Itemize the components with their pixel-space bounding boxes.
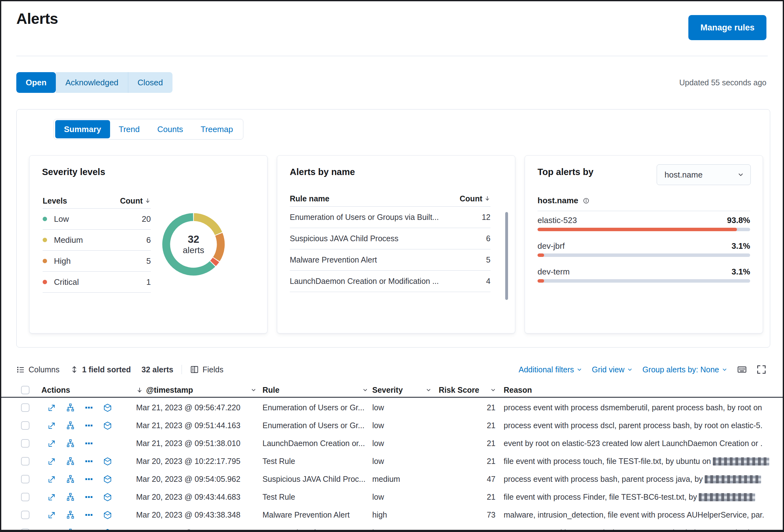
additional-filters-button[interactable]: Additional filters [519,365,582,374]
fields-button[interactable]: Fields [190,365,224,374]
row-checkbox[interactable] [21,439,29,448]
row-checkbox[interactable] [21,475,29,483]
expand-alert-button[interactable] [48,493,56,501]
alert-rule[interactable]: Enumeration of Users or Gr... [262,417,366,435]
investigate-in-timeline-button[interactable] [103,403,112,412]
status-tab-acknowledged[interactable]: Acknowledged [56,72,128,93]
row-checkbox[interactable] [21,403,29,412]
analyze-event-button[interactable] [66,403,75,412]
row-checkbox[interactable] [21,529,29,532]
alerts-by-name-title: Alerts by name [290,167,355,177]
rule-name: Enumeration of Users or Groups via Built… [290,213,439,222]
analyzer-icon [66,421,75,430]
alert-reason: process event with process dsmemberutil,… [504,399,783,417]
row-checkbox[interactable] [21,457,29,466]
manage-rules-button[interactable]: Manage rules [688,15,766,40]
expand-alert-button[interactable] [48,439,56,448]
expand-alert-button[interactable] [48,475,56,483]
investigate-in-timeline-button[interactable] [103,529,112,532]
group-alerts-by-button[interactable]: Group alerts by: None [642,365,728,374]
grid-toolbar-left: Columns 1 field sorted 32 alerts Fields [16,365,223,374]
alert-rule[interactable]: Test Rule [262,488,366,506]
alert-rule[interactable]: Malware Prevention Alert [262,506,366,524]
alert-rule[interactable]: Suspicious JAVA Child Proc... [262,470,366,488]
alerts-by-name-header: Rule name Count [290,191,491,206]
row-checkbox[interactable] [21,511,29,519]
chevron-down-icon[interactable] [362,387,368,393]
grid-view-button[interactable]: Grid view [592,365,633,374]
investigate-in-timeline-button[interactable] [103,475,112,484]
tab-treemap[interactable]: Treemap [192,120,242,138]
alert-timestamp: Mar 20, 2023 @ 10:22:17.795 [136,452,241,470]
tab-summary[interactable]: Summary [55,120,110,138]
alert-severity: low [372,417,384,435]
alert-timestamp: Mar 21, 2023 @ 09:51:38.010 [136,435,241,452]
expand-alert-button[interactable] [48,529,56,532]
sort-down-icon [484,195,491,202]
host-name: dev-term [537,267,570,277]
status-tab-open[interactable]: Open [16,72,56,93]
risk-score-column-header[interactable]: Risk Score [439,383,496,397]
stack-by-select[interactable]: host.name [657,164,751,185]
investigate-in-timeline-button[interactable] [103,493,112,502]
tab-trend[interactable]: Trend [110,120,149,138]
analyze-event-button[interactable] [66,511,75,519]
more-actions-button[interactable] [85,475,93,483]
keyboard-shortcuts-button[interactable] [737,364,747,374]
donut-center-label: 32 alerts [161,212,226,277]
alert-rule[interactable]: Test Rule [262,452,366,470]
info-icon[interactable] [583,197,590,204]
alerts-by-name-rows: Enumeration of Users or Groups via Built… [290,206,491,292]
rule-count: 5 [486,255,491,264]
row-checkbox[interactable] [21,493,29,501]
chevron-down-icon[interactable] [490,387,496,393]
more-actions-button[interactable] [85,439,93,448]
analyze-event-button[interactable] [66,493,75,501]
analyze-event-button[interactable] [66,529,75,532]
analyze-event-button[interactable] [66,475,75,483]
expand-alert-button[interactable] [48,403,56,412]
alert-rule[interactable]: Enumeration of Users or Gr... [262,399,366,417]
fullscreen-button[interactable] [756,364,766,374]
tab-counts[interactable]: Counts [148,120,192,138]
columns-button[interactable]: Columns [16,365,60,374]
expand-alert-button[interactable] [48,457,56,466]
timestamp-column-header[interactable]: @timestamp [136,383,256,397]
severity-levels-card: Severity levels Levels Count Low 20 Medi… [29,155,268,333]
status-tab-closed[interactable]: Closed [128,72,172,93]
sort-down-icon [136,387,143,394]
expand-alert-button[interactable] [48,511,56,519]
more-actions-button[interactable] [85,493,93,501]
chevron-down-icon[interactable] [425,387,431,393]
alert-timestamp: Mar 20, 2023 @ 09:43:44.683 [136,488,241,506]
analyze-event-button[interactable] [66,439,75,448]
more-actions-button[interactable] [85,529,93,532]
alert-rule[interactable]: LaunchDaemon Creation or... [262,435,366,452]
more-actions-button[interactable] [85,403,93,412]
more-actions-button[interactable] [85,421,93,430]
progress-bar-track [537,228,750,231]
analyze-event-button[interactable] [66,457,75,466]
rule-column-header[interactable]: Rule [262,383,368,397]
row-checkbox[interactable] [21,421,29,430]
investigate-in-timeline-button[interactable] [103,421,112,430]
chevron-down-icon[interactable] [251,387,256,393]
severity-legend-row: Medium 6 [43,229,151,250]
analyze-event-button[interactable] [66,421,75,430]
more-actions-button[interactable] [85,457,93,466]
investigate-in-timeline-button[interactable] [103,457,112,466]
severity-column-header[interactable]: Severity [372,383,431,397]
sorted-fields-button[interactable]: 1 field sorted [70,365,131,374]
fullscreen-icon [756,364,766,374]
count-column-header[interactable]: Count [120,196,151,205]
expand-alert-button[interactable] [48,421,56,430]
count-column-header[interactable]: Count [460,194,491,203]
investigate-in-timeline-button[interactable] [103,511,112,520]
select-all-checkbox[interactable] [21,386,29,394]
more-actions-button[interactable] [85,511,93,519]
severity-count: 6 [146,235,151,245]
alert-rule[interactable]: Enumeration of Users or Gr... [262,524,366,532]
alert-severity: medium [372,470,400,488]
scrollbar[interactable] [505,212,508,300]
alert-table-row: Mar 21, 2023 @ 09:56:47.220 Enumeration … [1,399,783,417]
